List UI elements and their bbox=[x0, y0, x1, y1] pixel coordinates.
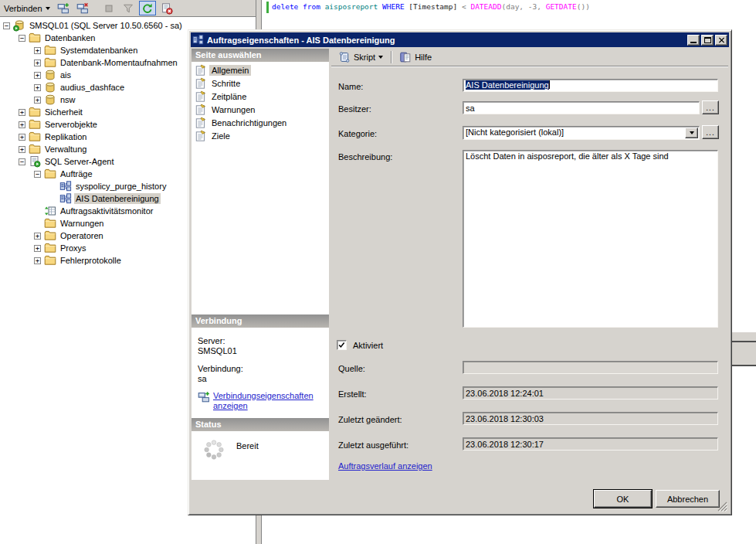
expand-icon[interactable]: + bbox=[34, 257, 41, 264]
expand-icon[interactable]: + bbox=[19, 146, 25, 153]
sidebar-item-benachrichtigungen[interactable]: Benachrichtigungen bbox=[192, 116, 329, 129]
tree-item-label: SQL Server-Agent bbox=[43, 156, 115, 167]
tree-item-label: Proxys bbox=[59, 243, 88, 253]
background-window-edge bbox=[729, 332, 756, 366]
close-button[interactable] bbox=[715, 35, 727, 46]
script-delete-button[interactable] bbox=[158, 1, 175, 15]
disconnect-button[interactable] bbox=[74, 1, 91, 15]
page-icon bbox=[195, 130, 207, 142]
category-browse-button[interactable]: ... bbox=[702, 125, 719, 139]
sql-token: aisposreport bbox=[325, 2, 382, 11]
folder-icon bbox=[44, 230, 56, 242]
status-header: Status bbox=[192, 418, 329, 431]
connection-properties-link[interactable]: Verbindungseigenschaften anzeigen bbox=[213, 391, 315, 411]
ok-button[interactable]: OK bbox=[594, 490, 652, 508]
folder-icon bbox=[29, 32, 41, 44]
status-value: Bereit bbox=[236, 441, 259, 450]
expand-icon[interactable]: + bbox=[19, 134, 25, 141]
tree-item-label: Serverobjekte bbox=[43, 119, 99, 130]
expand-icon[interactable]: + bbox=[34, 84, 41, 91]
refresh-icon bbox=[141, 2, 154, 15]
text-cursor bbox=[549, 80, 550, 89]
help-button[interactable]: Hilfe bbox=[395, 49, 436, 65]
script-delete-icon bbox=[161, 2, 173, 15]
tree-item-label: Sicherheit bbox=[43, 107, 84, 117]
object-explorer-toolbar: Verbinden bbox=[0, 0, 256, 17]
sidebar-item-ziele[interactable]: Ziele bbox=[192, 129, 329, 142]
connection-properties-row: Verbindungseigenschaften anzeigen bbox=[198, 391, 329, 411]
dropdown-button[interactable] bbox=[685, 128, 698, 138]
maximize-icon bbox=[704, 37, 711, 43]
chevron-down-icon bbox=[690, 131, 694, 134]
description-label: Beschreibung: bbox=[338, 152, 392, 162]
tree-item-label: Operatoren bbox=[59, 230, 105, 241]
owner-browse-button[interactable]: ... bbox=[702, 100, 719, 114]
collapse-icon[interactable]: − bbox=[3, 22, 10, 29]
minimize-button[interactable] bbox=[687, 35, 700, 46]
dialog-titlebar[interactable]: Auftragseigenschaften - AIS Datenbereini… bbox=[191, 32, 729, 47]
minimize-icon bbox=[690, 42, 697, 43]
cancel-button[interactable]: Abbrechen bbox=[656, 490, 720, 508]
created-input bbox=[463, 386, 718, 400]
collapse-icon[interactable]: − bbox=[19, 35, 25, 42]
expand-icon[interactable]: + bbox=[34, 97, 41, 104]
folder-icon bbox=[44, 168, 56, 180]
sidebar-item-allgemein[interactable]: Allgemein bbox=[192, 63, 329, 76]
connect-icon bbox=[57, 2, 69, 15]
connect-dropdown-button[interactable]: Verbinden bbox=[2, 2, 53, 15]
description-textarea[interactable]: Löscht Daten in aisposreport, die älter … bbox=[463, 150, 718, 328]
maximize-button[interactable] bbox=[701, 35, 714, 46]
sidebar-item-schritte[interactable]: Schritte bbox=[192, 76, 329, 90]
select-page-header: Seite auswählen bbox=[192, 49, 329, 62]
owner-input[interactable] bbox=[463, 101, 700, 114]
expand-icon[interactable]: + bbox=[34, 233, 41, 240]
script-button[interactable]: Skript bbox=[334, 49, 387, 65]
last-executed-input bbox=[463, 437, 718, 450]
tree-item-label: SMSQL01 (SQL Server 10.50.6560 - sa) bbox=[28, 20, 184, 31]
sidebar-item-zeitplaene[interactable]: Zeitpläne bbox=[192, 90, 329, 103]
expand-icon[interactable]: + bbox=[34, 72, 41, 79]
help-label: Hilfe bbox=[415, 53, 432, 62]
folder-icon bbox=[29, 143, 41, 155]
chevron-down-icon[interactable] bbox=[378, 56, 383, 59]
folder-icon bbox=[44, 44, 56, 56]
connect-button[interactable] bbox=[55, 1, 72, 15]
general-page-form: Name: AIS Datenbereinigung Besitzer: ...… bbox=[331, 66, 728, 464]
sidebar-item-label: Benachrichtigungen bbox=[209, 117, 289, 128]
stop-button bbox=[100, 1, 117, 15]
expand-icon[interactable]: + bbox=[34, 60, 41, 66]
folder-icon bbox=[44, 242, 56, 254]
expand-icon[interactable]: + bbox=[19, 109, 25, 116]
page-icon bbox=[195, 90, 207, 103]
connection-label: Verbindung: bbox=[198, 364, 329, 374]
collapse-icon[interactable]: − bbox=[34, 171, 41, 178]
help-icon bbox=[399, 51, 412, 63]
monitor-icon bbox=[44, 205, 56, 217]
enabled-checkbox[interactable] bbox=[337, 340, 347, 350]
application-window: Verbinden −SMSQL01 (SQL Server 10.50.656… bbox=[0, 0, 756, 544]
tree-item-label: Warnungen bbox=[59, 218, 105, 229]
connection-value: sa bbox=[198, 374, 329, 384]
job-icon bbox=[59, 192, 72, 205]
sidebar-item-label: Zeitpläne bbox=[209, 91, 249, 102]
expand-icon[interactable]: + bbox=[34, 245, 41, 252]
server-value: SMSQL01 bbox=[198, 346, 329, 356]
sql-token: [Timestamp] bbox=[409, 2, 462, 11]
filter-button bbox=[120, 1, 137, 15]
connect-label: Verbinden bbox=[4, 4, 42, 13]
expand-icon[interactable]: + bbox=[34, 47, 41, 54]
collapse-icon[interactable]: − bbox=[19, 158, 25, 165]
sidebar-item-warnungen[interactable]: Warnungen bbox=[192, 103, 329, 116]
job-history-link[interactable]: Auftragsverlauf anzeigen bbox=[338, 461, 432, 471]
connection-panel: Server: SMSQL01 Verbindung: sa Verbindun… bbox=[192, 328, 329, 418]
edge-bar bbox=[729, 342, 756, 365]
refresh-button[interactable] bbox=[139, 1, 156, 15]
expand-icon[interactable]: + bbox=[19, 121, 25, 128]
script-label: Skript bbox=[354, 53, 375, 62]
close-icon bbox=[718, 37, 725, 43]
category-select[interactable]: [Nicht kategorisiert (lokal)] bbox=[463, 126, 700, 140]
resize-grip[interactable] bbox=[717, 502, 727, 512]
name-input[interactable]: AIS Datenbereinigung bbox=[463, 79, 718, 92]
source-input bbox=[463, 361, 718, 374]
last-modified-label: Zuletzt geändert: bbox=[338, 415, 402, 424]
